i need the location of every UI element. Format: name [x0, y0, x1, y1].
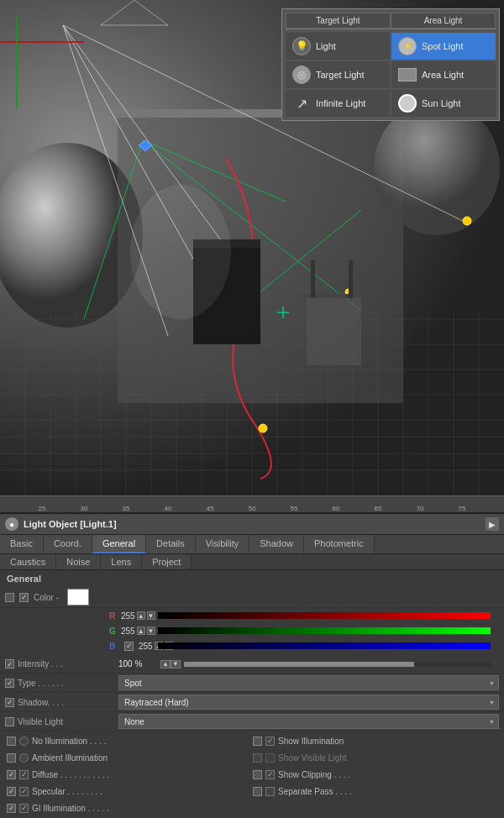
- sun-icon: [398, 94, 417, 113]
- diffuse-checkbox2[interactable]: ✓: [19, 770, 29, 779]
- channel-g-row: G 255 ▲ ▼: [0, 623, 504, 638]
- tab-target-light[interactable]: Target Light: [286, 13, 391, 29]
- type-checkbox[interactable]: [5, 679, 14, 688]
- channel-g-label: G: [109, 627, 121, 636]
- separate-pass-checkbox[interactable]: [265, 787, 275, 796]
- panel-title: Light Object [Light.1]: [24, 519, 117, 529]
- light-type-target[interactable]: ◎ Target Light: [286, 61, 390, 88]
- svg-rect-47: [349, 260, 353, 298]
- subtab-project[interactable]: Project: [142, 554, 192, 569]
- tab-visibility[interactable]: Visibility: [196, 535, 250, 553]
- color-swatch[interactable]: [67, 589, 89, 606]
- intensity-down[interactable]: ▼: [171, 660, 181, 669]
- light-type-light[interactable]: 💡 Light: [286, 33, 390, 60]
- show-visible-light-checkbox-outer[interactable]: [253, 753, 262, 763]
- diffuse-checkbox[interactable]: [7, 770, 16, 779]
- intensity-value: 100 %: [118, 659, 160, 669]
- subtab-caustics[interactable]: Caustics: [0, 554, 56, 569]
- intensity-bar-fill: [184, 662, 414, 667]
- color-label: Color -: [34, 593, 59, 602]
- show-visible-light-checkbox[interactable]: [265, 753, 275, 763]
- show-illumination-label: Show Illumination: [278, 737, 344, 746]
- svg-point-54: [130, 185, 231, 319]
- show-illumination-checkbox-outer[interactable]: [253, 737, 262, 746]
- gi-illumination-checkbox[interactable]: [7, 804, 16, 813]
- dropdown-top-row: Target Light Area Light: [286, 13, 496, 29]
- channel-g-value: 255 ▲ ▼: [121, 627, 155, 636]
- separate-pass-checkbox-outer[interactable]: [253, 787, 262, 796]
- ambient-illumination-radio[interactable]: [19, 753, 29, 763]
- show-illumination-item: ✓ Show Illumination: [253, 733, 497, 748]
- shadow-dropdown[interactable]: Raytraced (Hard): [118, 695, 499, 710]
- specular-checkbox[interactable]: [7, 787, 16, 796]
- light-type-area[interactable]: Area Light: [391, 61, 496, 88]
- tab-details[interactable]: Details: [146, 535, 196, 553]
- channel-b-enable[interactable]: [124, 642, 134, 651]
- gi-illumination-label: GI Illumination . . . . .: [32, 804, 109, 813]
- target-icon: ◎: [292, 66, 311, 84]
- gi-illumination-checkbox2[interactable]: ✓: [19, 804, 29, 813]
- specular-checkbox2[interactable]: ✓: [19, 787, 29, 796]
- diffuse-item: ✓ Diffuse . . . . . . . . . . .: [7, 767, 251, 782]
- panel-expand-button[interactable]: ▶: [486, 517, 499, 531]
- tab-area-light[interactable]: Area Light: [391, 13, 496, 29]
- panel-header: ● Light Object [Light.1] ▶: [0, 514, 504, 535]
- light-type-spot[interactable]: ⚡ Spot Light: [391, 33, 496, 60]
- tab-basic[interactable]: Basic: [0, 535, 44, 553]
- shadow-checkbox[interactable]: [5, 698, 14, 707]
- ambient-illumination-label: Ambient Illumination: [32, 753, 108, 763]
- subtab-lens[interactable]: Lens: [101, 554, 142, 569]
- show-illumination-checkbox[interactable]: ✓: [265, 737, 275, 746]
- gi-illumination-item: ✓ GI Illumination . . . . .: [7, 800, 251, 815]
- show-clipping-checkbox[interactable]: ✓: [265, 770, 275, 779]
- light-type-sun[interactable]: Sun Light: [391, 90, 496, 117]
- tab-shadow[interactable]: Shadow: [249, 535, 304, 553]
- intensity-label: Intensity . . .: [18, 659, 118, 669]
- main-tabs: Basic Coord. General Details Visibility …: [0, 535, 504, 554]
- ruler: 25 30 35 40 45 50 55 60 65 70 75: [0, 496, 504, 512]
- visible-light-checkbox[interactable]: [5, 717, 14, 726]
- ruler-tick-35: 35: [123, 505, 130, 512]
- intensity-up[interactable]: ▲: [160, 660, 171, 669]
- light-label: Light: [316, 41, 336, 51]
- intensity-row: Intensity . . . 100 % ▲ ▼: [0, 655, 504, 674]
- tab-photometric[interactable]: Photometric: [304, 535, 375, 553]
- channel-b-label: B: [109, 642, 121, 651]
- shadow-label: Shadow. . . .: [18, 698, 118, 707]
- ruler-tick-25: 25: [39, 505, 46, 512]
- light-type-infinite[interactable]: ↗ Infinite Light: [286, 90, 390, 117]
- type-label: Type . . . . . .: [18, 679, 118, 688]
- color-checkbox[interactable]: [5, 593, 14, 602]
- specular-label: Specular . . . . . . . .: [32, 787, 102, 796]
- channel-g-bar: [158, 627, 491, 634]
- channel-r-up[interactable]: ▲: [137, 611, 145, 620]
- ambient-illumination-checkbox[interactable]: [7, 753, 16, 763]
- show-clipping-item: ✓ Show Clipping . . . .: [253, 767, 497, 782]
- channel-r-down[interactable]: ▼: [147, 611, 155, 620]
- no-illumination-radio[interactable]: [19, 737, 29, 746]
- intensity-bar-bg: [184, 662, 491, 667]
- channel-g-down[interactable]: ▼: [147, 627, 155, 635]
- light-type-dropdown[interactable]: Target Light Area Light 💡 Light ⚡ Spot L…: [281, 8, 500, 121]
- sub-tabs: Caustics Noise Lens Project: [0, 554, 504, 570]
- intensity-checkbox[interactable]: [5, 659, 14, 669]
- channel-g-up[interactable]: ▲: [137, 627, 145, 635]
- svg-marker-53: [101, 0, 168, 25]
- infinite-label: Infinite Light: [316, 98, 365, 108]
- ruler-tick-70: 70: [417, 505, 424, 512]
- subtab-noise[interactable]: Noise: [56, 554, 101, 569]
- shadow-row: Shadow. . . . Raytraced (Hard): [0, 693, 504, 712]
- show-clipping-checkbox-outer[interactable]: [253, 770, 262, 779]
- separate-pass-label: Separate Pass . . . .: [278, 787, 352, 796]
- diffuse-label: Diffuse . . . . . . . . . . .: [32, 770, 109, 779]
- section-general: General: [0, 570, 504, 587]
- color-enable-checkbox[interactable]: [19, 593, 29, 602]
- visible-light-dropdown[interactable]: None: [118, 714, 499, 729]
- svg-rect-48: [307, 298, 361, 365]
- tab-general[interactable]: General: [92, 535, 146, 553]
- no-illumination-checkbox[interactable]: [7, 737, 16, 746]
- area-label: Area Light: [422, 70, 464, 80]
- svg-point-41: [259, 424, 267, 433]
- type-dropdown[interactable]: Spot: [118, 675, 499, 690]
- tab-coord[interactable]: Coord.: [44, 535, 92, 553]
